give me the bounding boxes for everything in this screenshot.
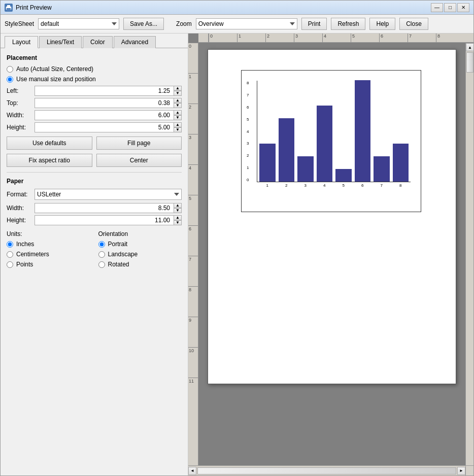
- chart-container: 0 1 2 3 4 5 6 7 8: [241, 70, 421, 212]
- bar-6: [355, 80, 371, 182]
- panel-content: Placement Auto (Actual Size, Centered) U…: [1, 48, 188, 475]
- x-label-6: 6: [355, 183, 371, 188]
- tab-color[interactable]: Color: [83, 36, 113, 48]
- left-input[interactable]: [35, 86, 182, 96]
- main-content: Layout Lines/Text Color Advanced Placeme…: [1, 33, 473, 475]
- save-as-button[interactable]: Save As...: [123, 18, 164, 30]
- maximize-button[interactable]: □: [444, 3, 456, 12]
- center-button[interactable]: Center: [96, 154, 182, 167]
- stylesheet-combo[interactable]: default: [38, 18, 119, 29]
- left-label: Left:: [7, 87, 35, 94]
- top-input[interactable]: [35, 98, 182, 108]
- units-title: Units:: [7, 230, 90, 237]
- landscape-label: Landscape: [108, 251, 138, 258]
- chart-with-yaxis: 0 1 2 3 4 5 6 7 8: [257, 81, 411, 189]
- top-spin-down[interactable]: ▼: [174, 103, 182, 108]
- height-spin-down[interactable]: ▼: [174, 127, 182, 132]
- ruler-v-tick-1: 1: [188, 73, 198, 79]
- fill-page-button[interactable]: Fill page: [96, 137, 182, 150]
- horizontal-scrollbar[interactable]: ◄ ►: [188, 465, 465, 475]
- inches-label: Inches: [16, 241, 34, 248]
- minimize-button[interactable]: —: [431, 3, 443, 12]
- x-axis-labels: 1 2 3 4 5 6 7 8: [257, 182, 411, 189]
- ruler-h-tick-7: 7: [408, 33, 412, 42]
- landscape-radio[interactable]: [98, 251, 105, 258]
- scroll-thumb-vertical[interactable]: [466, 52, 473, 73]
- manual-label: Use manual size and position: [16, 76, 96, 83]
- orientation-column: Orientation Portrait Landscape Rotated: [98, 230, 182, 271]
- portrait-label: Portrait: [108, 241, 128, 248]
- manual-placement-row: Use manual size and position: [7, 76, 182, 83]
- close-dialog-button[interactable]: Close: [399, 18, 428, 30]
- fix-aspect-button[interactable]: Fix aspect ratio: [7, 154, 92, 167]
- zoom-combo[interactable]: Overview Fit Page 100%: [196, 18, 297, 29]
- left-input-wrap: ▲ ▼: [35, 86, 182, 96]
- left-row: Left: ▲ ▼: [7, 86, 182, 96]
- refresh-button[interactable]: Refresh: [331, 18, 365, 30]
- units-orientation: Units: Inches Centimeters Points: [7, 230, 182, 271]
- bar-8: [393, 144, 409, 182]
- left-spin-up[interactable]: ▲: [174, 86, 182, 91]
- y-label-4: 4: [247, 129, 249, 134]
- print-button[interactable]: Print: [301, 18, 327, 30]
- rotated-radio[interactable]: [98, 261, 105, 268]
- print-preview-window: Print Preview — □ ✕ StyleSheet default S…: [0, 0, 474, 476]
- width-input[interactable]: [35, 110, 182, 120]
- scroll-right-arrow[interactable]: ►: [457, 467, 465, 475]
- paper-width-input[interactable]: [35, 203, 182, 213]
- tab-advanced[interactable]: Advanced: [114, 36, 156, 48]
- ruler-v-tick-10: 10: [188, 347, 198, 353]
- centimeters-radio[interactable]: [7, 251, 13, 258]
- toolbar: StyleSheet default Save As... Zoom Overv…: [1, 15, 473, 33]
- points-radio[interactable]: [7, 261, 13, 268]
- manual-radio[interactable]: [7, 76, 13, 83]
- top-spin-up[interactable]: ▲: [174, 98, 182, 103]
- auto-radio[interactable]: [7, 66, 13, 73]
- bar-4: [317, 106, 333, 182]
- height-input[interactable]: [35, 122, 182, 132]
- horizontal-ruler: 0 1 2 3 4 5 6 7 8: [198, 33, 473, 43]
- paper-height-spin-up[interactable]: ▲: [174, 215, 182, 220]
- bar-3: [297, 156, 314, 182]
- y-label-8: 8: [247, 81, 249, 85]
- tab-layout[interactable]: Layout: [5, 36, 38, 48]
- paper-height-input[interactable]: [35, 215, 182, 225]
- paper-height-spin-down[interactable]: ▼: [174, 220, 182, 225]
- orientation-title: Orientation: [98, 230, 182, 237]
- y-axis-labels: 0 1 2 3 4 5 6 7 8: [247, 81, 249, 182]
- window-title: Print Preview: [16, 4, 431, 11]
- left-spin-down[interactable]: ▼: [174, 91, 182, 96]
- use-defaults-button[interactable]: Use defaults: [7, 137, 92, 150]
- page: 0 1 2 3 4 5 6 7 8: [208, 49, 456, 384]
- top-label: Top:: [7, 99, 35, 107]
- inches-radio[interactable]: [7, 241, 13, 248]
- tab-lines-text[interactable]: Lines/Text: [39, 36, 82, 48]
- ruler-v-tick-3: 3: [188, 134, 198, 140]
- height-spin-up[interactable]: ▲: [174, 122, 182, 127]
- portrait-radio[interactable]: [98, 241, 105, 248]
- format-combo[interactable]: USLetter A4 A3 Legal: [35, 189, 182, 200]
- auto-label: Auto (Actual Size, Centered): [16, 65, 93, 73]
- close-button[interactable]: ✕: [457, 3, 469, 12]
- window-controls: — □ ✕: [431, 3, 469, 12]
- width-spin-down[interactable]: ▼: [174, 115, 182, 120]
- width-spin-up[interactable]: ▲: [174, 110, 182, 115]
- scroll-thumb-horizontal[interactable]: [197, 467, 456, 474]
- vertical-scrollbar[interactable]: ▲: [465, 43, 473, 465]
- bar-5: [335, 169, 352, 182]
- width-label: Width:: [7, 112, 35, 119]
- paper-height-label: Height:: [7, 217, 35, 224]
- title-bar: Print Preview — □ ✕: [1, 1, 473, 15]
- zoom-label: Zoom: [176, 20, 192, 27]
- help-button[interactable]: Help: [369, 18, 395, 30]
- preview-area[interactable]: 0 1 2 3 4 5 6 7 8: [198, 43, 465, 465]
- paper-width-spin-down[interactable]: ▼: [174, 208, 182, 213]
- centimeters-label: Centimeters: [16, 251, 49, 258]
- paper-width-spin-up[interactable]: ▲: [174, 203, 182, 208]
- scroll-left-arrow[interactable]: ◄: [188, 467, 196, 475]
- paper-height-spinners: ▲ ▼: [174, 215, 182, 225]
- scroll-up-arrow[interactable]: ▲: [466, 43, 473, 51]
- height-input-wrap: ▲ ▼: [35, 122, 182, 132]
- left-spinners: ▲ ▼: [174, 86, 182, 96]
- vertical-ruler: 0 1 2 3 4 5 6 7 8 9 10 11: [188, 43, 198, 465]
